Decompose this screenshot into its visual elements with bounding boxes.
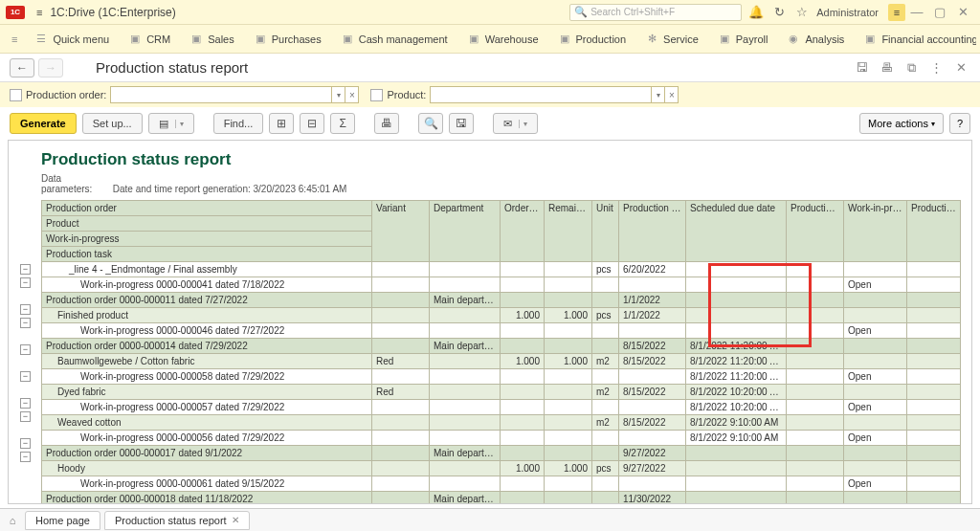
sum-button[interactable]: Σ	[330, 113, 355, 134]
outline-toggle[interactable]: −	[20, 344, 31, 355]
product-checkbox[interactable]	[370, 89, 383, 101]
find-button[interactable]: Find...	[213, 113, 264, 134]
table-row[interactable]: Production order 0000-000014 dated 7/29/…	[42, 339, 961, 354]
table-row[interactable]: Weaved cottonm28/15/20228/1/2022 9:10:00…	[42, 415, 961, 431]
menu-icon: ▣	[189, 33, 203, 46]
col-prod-task: Production task	[42, 247, 372, 262]
variants-icon: ▤	[159, 118, 168, 130]
outline-toggle[interactable]: −	[20, 371, 31, 382]
collapse-button[interactable]: ⊟	[300, 113, 324, 134]
history-icon[interactable]: ↻	[770, 5, 788, 19]
variants-button[interactable]: ▤▾	[148, 113, 194, 134]
table-row[interactable]: Work-in-progress 0000-000057 dated 7/29/…	[42, 400, 961, 415]
home-icon[interactable]: ⌂	[6, 515, 19, 526]
menu-item-analysis[interactable]: ◉Analysis	[777, 29, 854, 50]
menu-label: Production	[576, 33, 627, 45]
menu-item-financial-accounting[interactable]: ▣Financial accounting	[854, 29, 976, 50]
menu-item-quick-menu[interactable]: ☰Quick menu	[25, 29, 119, 50]
menu-item-warehouse[interactable]: ▣Warehouse	[457, 29, 548, 50]
save-report-button[interactable]: 🖫	[449, 113, 474, 134]
maximize-button[interactable]: ▢	[928, 5, 951, 19]
outline-col: −−−−−−−−−−	[20, 144, 41, 504]
dropdown-icon[interactable]: ▾	[331, 87, 345, 102]
table-row[interactable]: _line 4 - _Endmontage / Final assemblypc…	[42, 262, 961, 277]
menu-item-purchases[interactable]: ▣Purchases	[244, 29, 331, 50]
user-label[interactable]: Administrator	[811, 7, 884, 18]
hamburger-icon[interactable]: ≡	[36, 7, 42, 18]
menu-label: Payroll	[736, 33, 768, 45]
menu-icon: ▣	[467, 33, 480, 46]
outline-toggle[interactable]: −	[20, 398, 31, 409]
menu-label: Purchases	[272, 33, 322, 45]
menu-burger[interactable]: ≡	[4, 30, 25, 49]
outline-toggle[interactable]: −	[20, 304, 31, 315]
table-row[interactable]: Work-in-progress 0000-000046 dated 7/27/…	[42, 323, 961, 339]
col-ordered-qty: Ordered quantity	[501, 201, 545, 262]
app-title: 1C:Drive (1C:Enterprise)	[50, 6, 175, 19]
print-icon[interactable]: 🖶	[877, 60, 896, 75]
outline-toggle[interactable]: −	[20, 318, 31, 328]
menu-item-service[interactable]: ✻Service	[635, 29, 708, 50]
table-row[interactable]: Work-in-progress 0000-000041 dated 7/18/…	[42, 277, 961, 293]
menu-item-production[interactable]: ▣Production	[548, 29, 636, 50]
outline-toggle[interactable]: −	[20, 438, 31, 449]
clear-icon[interactable]: ×	[664, 87, 678, 102]
tab-close-icon[interactable]: ✕	[232, 515, 239, 525]
help-button[interactable]: ?	[949, 113, 970, 134]
tab-report[interactable]: Production status report✕	[104, 511, 250, 530]
menu-icon: ◉	[787, 33, 800, 46]
outline-toggle[interactable]: −	[20, 264, 31, 275]
menu-label: Cash management	[359, 33, 448, 45]
production-order-filter[interactable]: ▾×	[110, 86, 359, 103]
report-toolbar: Generate Set up... ▤▾ Find... ⊞ ⊟ Σ 🖶 🔍 …	[0, 107, 980, 140]
bell-icon[interactable]: 🔔	[747, 5, 765, 19]
link-icon[interactable]: ⧉	[902, 60, 921, 76]
outline-toggle[interactable]: −	[20, 277, 31, 288]
col-wip: Work-in-progress	[42, 232, 372, 247]
product-filter[interactable]: ▾×	[430, 86, 679, 103]
setup-button[interactable]: Set up...	[82, 113, 143, 134]
report-area[interactable]: −−−−−−−−−− Production status report Data…	[8, 140, 972, 504]
print-button[interactable]: 🖶	[374, 113, 399, 134]
table-row[interactable]: Work-in-progress 0000-000056 dated 7/29/…	[42, 431, 961, 446]
table-row[interactable]: Hoody1.0001.000pcs9/27/2022	[42, 461, 961, 476]
table-row[interactable]: Dyed fabricRedm28/15/20228/1/2022 10:20:…	[42, 385, 961, 400]
clear-icon[interactable]: ×	[345, 87, 358, 102]
expand-button[interactable]: ⊞	[269, 113, 294, 134]
table-row[interactable]: Production order 0000-000011 dated 7/27/…	[42, 293, 961, 308]
search-input[interactable]	[590, 7, 737, 17]
email-button[interactable]: ✉▾	[493, 113, 538, 134]
menu-label: Analysis	[805, 33, 844, 45]
table-row[interactable]: Finished product1.0001.000pcs1/1/2022	[42, 308, 961, 323]
save-icon[interactable]: 🖫	[852, 60, 871, 75]
table-row[interactable]: Work-in-progress 0000-000061 dated 9/15/…	[42, 476, 961, 492]
preview-button[interactable]: 🔍	[418, 113, 443, 134]
dropdown-icon[interactable]: ▾	[651, 87, 664, 102]
report-table: Production order Variant Department Orde…	[41, 200, 961, 504]
search-box[interactable]: 🔍	[569, 4, 742, 21]
outline-toggle[interactable]: −	[20, 452, 31, 462]
table-row[interactable]: Production order 0000-000017 dated 9/1/2…	[42, 446, 961, 461]
menu-item-sales[interactable]: ▣Sales	[180, 29, 244, 50]
star-icon[interactable]: ☆	[793, 5, 811, 19]
back-button[interactable]: ←	[10, 58, 34, 77]
menu-item-crm[interactable]: ▣CRM	[119, 29, 180, 50]
forward-button[interactable]: →	[38, 58, 63, 77]
close-button[interactable]: ✕	[951, 5, 974, 19]
menu-item-cash-management[interactable]: ▣Cash management	[331, 29, 457, 50]
tab-home[interactable]: Home page	[25, 511, 100, 530]
more-actions-button[interactable]: More actions▾	[859, 113, 944, 134]
page-close-icon[interactable]: ✕	[951, 60, 970, 75]
menu-icon: ▣	[254, 33, 267, 46]
menu-item-payroll[interactable]: ▣Payroll	[708, 29, 778, 50]
highlight-toggle[interactable]: ≡	[888, 4, 905, 21]
kebab-icon[interactable]: ⋮	[926, 60, 946, 75]
table-row[interactable]: Baumwollgewebe / Cotton fabricRed1.0001.…	[42, 354, 961, 369]
table-row[interactable]: Work-in-progress 0000-000058 dated 7/29/…	[42, 369, 961, 385]
outline-toggle[interactable]: −	[20, 411, 31, 422]
table-row[interactable]: Production order 0000-000018 dated 11/18…	[42, 492, 961, 505]
menu-label: Service	[663, 33, 699, 45]
generate-button[interactable]: Generate	[10, 113, 77, 134]
production-order-checkbox[interactable]	[10, 89, 22, 101]
minimize-button[interactable]: —	[905, 5, 928, 19]
